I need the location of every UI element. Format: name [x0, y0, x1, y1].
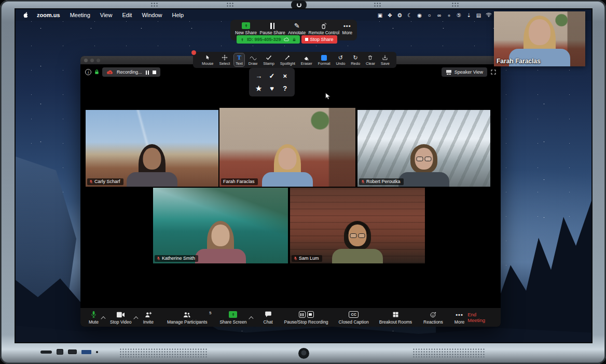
more-icon: ••• — [343, 22, 351, 30]
manage-participants-button[interactable]: 5 Manage Participants — [164, 311, 211, 325]
participant-name-tag: Farah Faraclas — [221, 178, 258, 186]
participant-name: Katherine Smith — [162, 256, 195, 261]
device-power-button — [298, 348, 309, 359]
video-tile-katherine-smith[interactable]: Katherine Smith — [153, 188, 288, 263]
mouse-icon — [320, 22, 327, 30]
stop-share-button[interactable]: Stop Share — [301, 35, 337, 44]
tool-draw-label: Draw — [249, 61, 258, 66]
stop-video-label: Stop Video — [110, 319, 131, 325]
reactions-label: Reactions — [423, 319, 443, 325]
moon-icon[interactable]: ☾ — [407, 12, 412, 18]
video-tile-farah-faraclas[interactable]: Farah Faraclas — [219, 108, 355, 187]
annotate-button[interactable]: ✎ Annotate — [288, 22, 306, 35]
apple-menu-icon[interactable] — [23, 11, 29, 19]
more-share-button[interactable]: ••• More — [342, 22, 352, 35]
remote-control-button[interactable]: Remote Control — [309, 22, 340, 35]
zoom-window-button[interactable] — [97, 59, 100, 62]
tool-clear-label: Clear — [366, 61, 375, 66]
star-stamp[interactable]: ★ — [256, 85, 262, 92]
breakout-rooms-button[interactable]: Breakout Rooms — [376, 311, 415, 325]
tool-undo-label: Undo — [336, 61, 345, 66]
mic-array-icon — [451, 2, 459, 8]
closed-caption-button[interactable]: CC Closed Caption — [336, 311, 372, 325]
clover-app-icon[interactable]: ✥ — [387, 12, 393, 18]
tool-format-label: Format — [318, 61, 330, 66]
pause-share-button[interactable]: Pause Share — [260, 22, 285, 35]
meeting-id-pill[interactable]: ID: 995-405-329 — [237, 35, 300, 44]
video-tile-robert-peroutka[interactable]: Robert Peroutka — [357, 110, 490, 187]
tool-eraser[interactable]: Eraser — [299, 53, 314, 66]
tool-select[interactable]: Select — [217, 53, 231, 66]
question-stamp[interactable]: ? — [283, 85, 287, 92]
tool-text[interactable]: T Text — [234, 53, 244, 66]
close-window-button[interactable] — [84, 59, 88, 62]
annotate-label: Annotate — [288, 30, 306, 35]
small-circle-icon[interactable]: ○ — [426, 12, 432, 18]
tool-save[interactable]: Save — [379, 53, 391, 66]
participant-name-tag: Carly Scharf — [87, 178, 123, 186]
menu-item-window[interactable]: Window — [142, 12, 162, 18]
tool-redo[interactable]: ↻ Redo — [349, 53, 362, 66]
gear-icon[interactable]: ❂ — [397, 12, 403, 18]
tool-stamp[interactable]: Stamp — [261, 53, 276, 66]
fullscreen-icon[interactable] — [490, 69, 497, 75]
participant-name: Sam Lum — [299, 256, 319, 261]
speaker-view-button[interactable]: Speaker View — [442, 67, 487, 77]
redo-icon: ↻ — [353, 54, 358, 61]
pause-stop-recording-button[interactable]: Pause/Stop Recording — [281, 311, 332, 325]
invite-person-icon — [144, 311, 152, 319]
self-view-video[interactable]: Farah Faraclas — [494, 11, 585, 66]
five-app-icon[interactable]: ⑤ — [456, 12, 462, 18]
menu-item-help[interactable]: Help — [172, 12, 184, 18]
annotation-toolbar: Mouse Select T Text Draw Stamp Spotlight — [193, 52, 396, 68]
new-share-label: New Share — [235, 30, 257, 35]
reactions-button[interactable]: Reactions — [420, 311, 446, 325]
mute-label: Mute — [89, 319, 99, 325]
stop-video-button[interactable]: Stop Video — [107, 311, 134, 325]
x-stamp[interactable]: × — [283, 72, 287, 80]
dim-circle-icon[interactable]: ● — [446, 12, 452, 18]
tool-select-label: Select — [219, 61, 230, 66]
cursor-icon — [205, 54, 211, 61]
invite-label: Invite — [143, 319, 154, 325]
close-annotation-button[interactable] — [191, 50, 196, 55]
screen: zoom.us Meeting View Edit Window Help ▣ … — [16, 9, 591, 342]
meeting-info-icon[interactable]: i — [85, 69, 91, 75]
arrow-stamp[interactable]: → — [255, 72, 262, 80]
menu-item-view[interactable]: View — [100, 12, 113, 18]
tool-spotlight[interactable]: Spotlight — [279, 53, 297, 66]
menu-item-meeting[interactable]: Meeting — [70, 12, 90, 18]
tool-draw[interactable]: Draw — [247, 53, 259, 66]
video-tile-sam-lum[interactable]: Sam Lum — [290, 188, 425, 263]
video-tile-carly-scharf[interactable]: Carly Scharf — [86, 110, 218, 187]
mute-button[interactable]: Mute — [86, 311, 102, 325]
wifi-icon[interactable] — [486, 12, 492, 18]
pause-recording-button[interactable] — [145, 67, 150, 77]
chat-button[interactable]: Chat — [260, 311, 276, 325]
speaker-grille — [412, 348, 485, 357]
glasses-icon[interactable]: ∞ — [436, 12, 442, 18]
pause-recording-icon — [299, 311, 306, 318]
monitor-icon[interactable]: ▤ — [476, 12, 481, 18]
new-share-button[interactable]: New Share — [235, 22, 257, 35]
display-icon[interactable]: ▣ — [377, 12, 383, 18]
muted-mic-icon — [89, 179, 93, 184]
check-stamp[interactable]: ✓ — [269, 72, 275, 80]
menu-item-edit[interactable]: Edit — [122, 12, 132, 18]
end-meeting-button[interactable]: End Meeting — [467, 312, 495, 323]
share-screen-button[interactable]: Share Screen — [216, 311, 250, 325]
tool-undo[interactable]: ↺ Undo — [334, 53, 347, 66]
menu-item-zoomus[interactable]: zoom.us — [37, 12, 60, 18]
circle-app-icon[interactable]: ◉ — [417, 12, 422, 18]
more-button[interactable]: ••• More — [451, 311, 467, 325]
invite-button[interactable]: Invite — [140, 311, 157, 325]
tool-clear[interactable]: Clear — [364, 53, 377, 66]
minimize-window-button[interactable] — [90, 59, 94, 62]
tool-mouse[interactable]: Mouse — [200, 53, 215, 66]
download-icon[interactable]: ⇣ — [466, 12, 472, 18]
display-device: zoom.us Meeting View Edit Window Help ▣ … — [0, 0, 606, 364]
heart-stamp[interactable]: ♥ — [270, 85, 274, 92]
stop-recording-button[interactable] — [153, 71, 156, 74]
more-label: More — [454, 319, 464, 325]
tool-format[interactable]: Format — [316, 53, 332, 66]
